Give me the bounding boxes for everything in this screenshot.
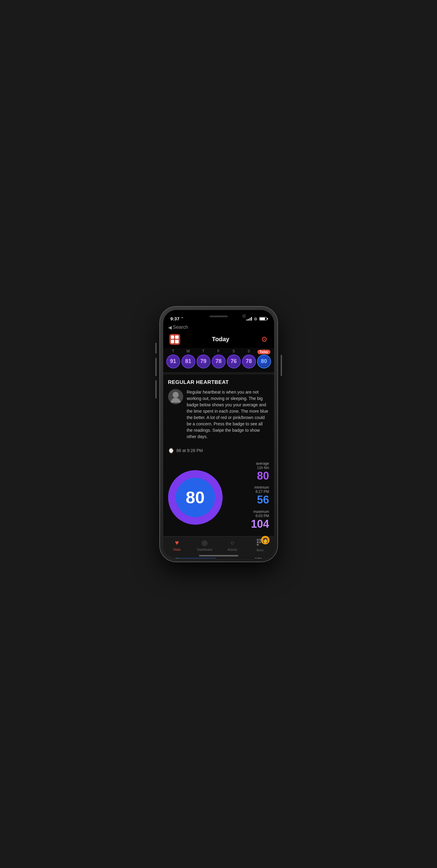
minimum-label: minimum 8:27 PM — [229, 485, 269, 494]
day-label-5: S — [247, 349, 250, 353]
day-label-1: W — [187, 349, 190, 353]
today-badge: Today — [257, 350, 271, 354]
tab-vitals-label: Vitals — [173, 548, 181, 552]
stat-minimum: minimum 8:27 PM 56 — [229, 485, 269, 506]
home-indicator — [199, 555, 238, 556]
activity-icon: ○ — [230, 539, 235, 547]
day-item-2[interactable]: T 79 — [196, 349, 211, 368]
page-title: Today — [212, 336, 229, 343]
heartbeat-info-row: Regular heartbeat is when you are not wo… — [168, 389, 269, 440]
tab-more-label: More — [256, 549, 263, 552]
tab-activity[interactable]: ○ Activity — [223, 539, 241, 552]
user-avatar: 👩 — [261, 536, 270, 545]
day-value-0: 91 — [170, 358, 176, 365]
day-value-1: 81 — [185, 358, 191, 365]
badge-inner-ring: 80 — [176, 478, 215, 517]
stat-average: average 11h 6m 80 — [229, 461, 269, 482]
badge-outer-ring: 80 — [168, 470, 223, 525]
avatar — [168, 389, 183, 404]
day-label-2: T — [202, 349, 205, 353]
maximum-label: maximum 6:03 PM — [229, 509, 269, 518]
day-circle-today: Today 80 — [257, 354, 271, 368]
tab-dashboard-label: Dashboard — [197, 548, 212, 552]
grid-icon: 👩 — [257, 539, 263, 546]
tab-dashboard[interactable]: ◎ Dashboard — [196, 539, 214, 552]
tab-activity-label: Activity — [227, 548, 237, 552]
day-item-5[interactable]: S 78 — [242, 349, 256, 368]
svg-point-1 — [171, 398, 181, 403]
back-label: Search — [173, 324, 188, 330]
day-value-today: 80 — [261, 358, 267, 365]
day-item-1[interactable]: W 81 — [181, 349, 195, 368]
tab-vitals[interactable]: ♥ Vitals — [168, 539, 186, 552]
signal-bars — [247, 317, 252, 321]
phone-frame: 9:37 ⌃ ⊜ — [160, 306, 278, 562]
stat-maximum: maximum 6:03 PM 104 — [229, 509, 269, 530]
average-label: average 11h 6m — [229, 461, 269, 470]
last-reading-value: 88 at 9:28 PM — [177, 448, 203, 453]
day-value-2: 79 — [200, 358, 206, 365]
minimum-value: 56 — [229, 494, 269, 506]
day-circle-4: 76 — [227, 354, 241, 368]
day-item-4[interactable]: S 76 — [227, 349, 241, 368]
time-display: 9:37 — [170, 316, 180, 321]
notch — [196, 310, 241, 319]
day-item-0[interactable]: T 91 — [166, 349, 180, 368]
day-item-today[interactable]: T Today 80 — [257, 349, 271, 368]
heart-rate-badge[interactable]: 80 — [168, 470, 223, 525]
watch-icon: ⌚ — [168, 448, 174, 454]
day-circle-3: 78 — [212, 354, 226, 368]
speedometer-icon: ◎ — [202, 539, 208, 547]
wifi-icon: ⊜ — [254, 316, 257, 321]
day-value-4: 76 — [230, 358, 237, 365]
heart-icon: ♥ — [175, 539, 179, 547]
day-value-3: 78 — [215, 358, 221, 365]
day-circle-5: 78 — [242, 354, 256, 368]
regular-heartbeat-title: REGULAR HEARTBEAT — [168, 379, 269, 385]
badge-section[interactable]: 80 average 11h 6m 80 minimum — [163, 457, 274, 538]
heartbeat-description: Regular heartbeat is when you are not wo… — [187, 389, 269, 440]
header-bar: Today ⚙ — [163, 333, 274, 348]
day-label-0: T — [172, 349, 174, 353]
nav-header: ◀ Search — [163, 323, 274, 333]
status-time: 9:37 ⌃ — [170, 316, 184, 321]
location-icon: ⌃ — [181, 317, 184, 321]
back-chevron-icon: ◀ — [168, 324, 172, 330]
tab-more[interactable]: 👩 More — [251, 539, 269, 552]
day-circle-0: 91 — [166, 354, 180, 368]
maximum-value: 104 — [229, 518, 269, 530]
regular-heartbeat-section: REGULAR HEARTBEAT Regular heartbeat is w… — [163, 374, 274, 445]
day-label-4: S — [232, 349, 235, 353]
day-item-3[interactable]: F 78 — [212, 349, 226, 368]
day-label-3: F — [217, 349, 220, 353]
week-strip: T 91 W 81 T 79 — [163, 348, 274, 372]
status-icons: ⊜ — [247, 316, 267, 321]
back-button[interactable]: ◀ Search — [168, 324, 188, 330]
battery-icon — [259, 317, 267, 321]
day-circle-1: 81 — [181, 354, 195, 368]
last-reading-row: ⌚ 88 at 9:28 PM — [163, 445, 274, 457]
average-value: 80 — [229, 470, 269, 482]
day-circle-2: 79 — [196, 354, 211, 368]
app-icon[interactable] — [169, 334, 180, 345]
screen: 9:37 ⌃ ⊜ — [163, 310, 274, 558]
day-value-5: 78 — [246, 358, 252, 365]
settings-button[interactable]: ⚙ — [261, 335, 268, 344]
stats-column: average 11h 6m 80 minimum 8:27 PM 56 — [229, 461, 269, 534]
svg-point-0 — [173, 392, 179, 398]
badge-number: 80 — [186, 488, 205, 507]
